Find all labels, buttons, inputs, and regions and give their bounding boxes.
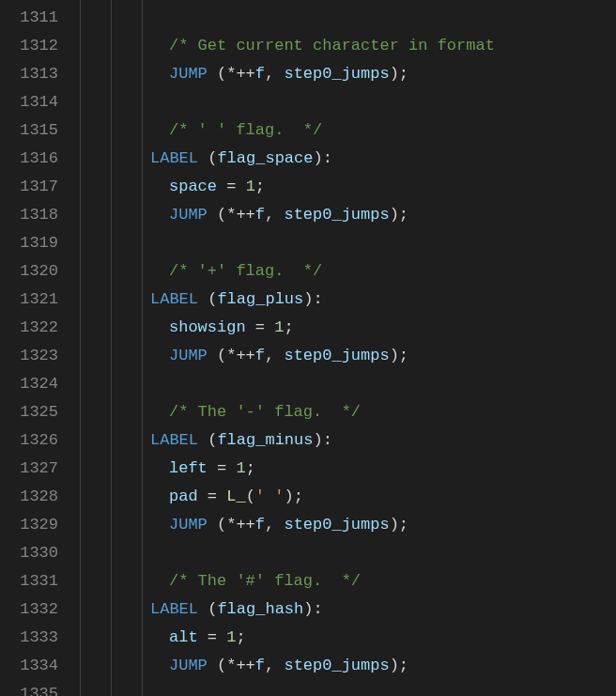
code-token: /* Get current character in format: [169, 37, 495, 54]
code-token: 1: [274, 318, 284, 336]
code-line[interactable]: space = 1;: [75, 173, 616, 201]
line-number: 1314: [0, 88, 58, 116]
code-line[interactable]: /* The '#' flag. */: [75, 567, 616, 595]
code-token: showsign: [169, 318, 246, 336]
code-token: f: [255, 516, 265, 534]
code-token: ):: [313, 149, 331, 167]
line-number: 1334: [0, 652, 58, 680]
code-line[interactable]: left = 1;: [75, 455, 616, 483]
code-token: (: [198, 431, 217, 449]
code-line[interactable]: pad = L_(' ');: [75, 483, 616, 511]
code-token: ,: [265, 657, 284, 674]
code-token: flag_hash: [217, 600, 303, 618]
code-token: alt: [169, 628, 198, 646]
line-number: 1332: [0, 595, 58, 624]
code-token: (*++: [208, 516, 255, 534]
line-number: 1311: [0, 4, 58, 32]
line-number-gutter: 1311131213131314131513161317131813191320…: [0, 0, 75, 696]
line-number: 1333: [0, 624, 58, 652]
code-token: ;: [236, 628, 245, 646]
code-line[interactable]: JUMP (*++f, step0_jumps);: [75, 342, 616, 370]
code-token: ;: [246, 459, 255, 477]
code-token: (*++: [208, 347, 255, 364]
code-token: (: [198, 290, 217, 308]
code-token: );: [284, 487, 302, 505]
code-line[interactable]: /* '+' flag. */: [75, 257, 616, 286]
code-line[interactable]: [75, 4, 616, 32]
line-number: 1320: [0, 257, 58, 286]
code-token: );: [390, 347, 408, 364]
code-token: pad: [169, 487, 198, 505]
code-line[interactable]: [75, 539, 616, 567]
code-token: flag_space: [217, 149, 313, 167]
code-token: /* '+' flag. */: [169, 262, 322, 280]
code-line[interactable]: LABEL (flag_plus):: [75, 286, 616, 314]
code-line[interactable]: JUMP (*++f, step0_jumps);: [75, 511, 616, 539]
code-token: (*++: [208, 65, 255, 83]
code-token: =: [198, 487, 227, 505]
code-token: step0_jumps: [284, 516, 389, 534]
line-number: 1312: [0, 32, 58, 60]
code-token: (: [198, 149, 217, 167]
code-token: /* The '#' flag. */: [169, 572, 361, 590]
code-line[interactable]: LABEL (flag_hash):: [75, 595, 616, 624]
code-token: JUMP: [169, 65, 208, 83]
code-token: f: [255, 65, 265, 83]
code-token: JUMP: [169, 657, 208, 674]
code-line[interactable]: LABEL (flag_space):: [75, 145, 616, 173]
code-token: /* The '-' flag. */: [169, 403, 361, 421]
code-line[interactable]: /* Get current character in format: [75, 32, 616, 60]
line-number: 1321: [0, 286, 58, 314]
line-number: 1319: [0, 229, 58, 257]
code-token: =: [208, 459, 237, 477]
code-line[interactable]: JUMP (*++f, step0_jumps);: [75, 652, 616, 680]
code-line[interactable]: /* The '-' flag. */: [75, 398, 616, 426]
code-token: left: [169, 459, 208, 477]
code-token: LABEL: [150, 290, 198, 308]
code-token: step0_jumps: [284, 657, 389, 674]
line-number: 1328: [0, 483, 58, 511]
code-token: space: [169, 178, 217, 195]
line-number: 1322: [0, 314, 58, 342]
code-line[interactable]: [75, 88, 616, 116]
code-token: 1: [226, 628, 236, 646]
line-number: 1323: [0, 342, 58, 370]
code-line[interactable]: [75, 370, 616, 398]
code-editor[interactable]: 1311131213131314131513161317131813191320…: [0, 0, 616, 696]
code-token: (: [246, 487, 255, 505]
code-token: step0_jumps: [284, 65, 389, 83]
code-token: 1: [236, 459, 245, 477]
code-token: JUMP: [169, 347, 208, 364]
line-number: 1330: [0, 539, 58, 567]
code-line[interactable]: [75, 680, 616, 696]
code-token: ):: [303, 290, 322, 308]
line-number: 1316: [0, 145, 58, 173]
code-token: =: [198, 628, 227, 646]
code-token: L_: [226, 487, 245, 505]
code-token: ' ': [255, 487, 285, 505]
code-token: LABEL: [150, 431, 198, 449]
code-line[interactable]: JUMP (*++f, step0_jumps);: [75, 60, 616, 88]
line-number: 1313: [0, 60, 58, 88]
code-line[interactable]: JUMP (*++f, step0_jumps);: [75, 201, 616, 229]
code-token: step0_jumps: [284, 347, 389, 364]
code-line[interactable]: showsign = 1;: [75, 314, 616, 342]
code-token: ,: [265, 516, 284, 534]
line-number: 1329: [0, 511, 58, 539]
line-number: 1318: [0, 201, 58, 229]
code-token: f: [255, 657, 265, 674]
code-line[interactable]: LABEL (flag_minus):: [75, 426, 616, 455]
code-token: (*++: [208, 206, 255, 224]
code-token: 1: [246, 178, 255, 195]
code-token: ;: [284, 318, 293, 336]
line-number: 1327: [0, 455, 58, 483]
code-line[interactable]: /* ' ' flag. */: [75, 116, 616, 145]
code-line[interactable]: alt = 1;: [75, 624, 616, 652]
line-number: 1315: [0, 116, 58, 145]
code-line[interactable]: [75, 229, 616, 257]
code-token: (: [198, 600, 217, 618]
code-area[interactable]: /* Get current character in formatJUMP (…: [75, 0, 616, 696]
code-token: ):: [303, 600, 322, 618]
code-token: ,: [265, 347, 284, 364]
code-token: flag_plus: [217, 290, 303, 308]
